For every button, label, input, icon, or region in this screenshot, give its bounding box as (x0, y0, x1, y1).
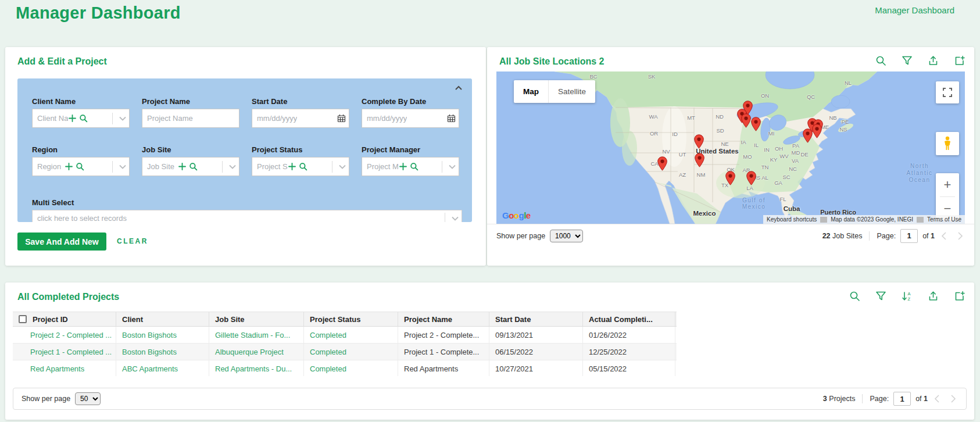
column-header[interactable]: Start Date (489, 312, 583, 326)
add-job-site-icon[interactable] (178, 162, 187, 171)
next-page-button[interactable] (954, 231, 965, 241)
projects-count: 3 (823, 395, 827, 403)
table-pagination: Show per page 50 3 Projects Page: of 1 (13, 388, 967, 410)
street-view-pegman-button[interactable] (936, 132, 959, 155)
client-name-input[interactable]: Client Na (32, 109, 130, 128)
client-name-label: Client Name (32, 97, 130, 106)
clear-button[interactable]: CLEAR (117, 237, 148, 245)
job-site-pin[interactable] (803, 128, 813, 143)
export-icon[interactable] (928, 55, 939, 66)
project-manager-input[interactable]: Project M (362, 157, 459, 176)
start-date-input[interactable]: mm/dd/yyyy (252, 109, 349, 128)
multi-select-dropdown[interactable] (449, 210, 462, 222)
job-site-pin[interactable] (746, 171, 756, 185)
calendar-icon[interactable] (443, 109, 459, 127)
zoom-in-button[interactable]: + (936, 173, 959, 196)
job-site-pin[interactable] (812, 124, 822, 138)
next-page-button[interactable] (947, 394, 958, 404)
prev-page-button[interactable] (939, 231, 950, 241)
select-all-checkbox[interactable] (19, 315, 27, 323)
job-site-pin[interactable] (741, 113, 751, 128)
search-icon[interactable] (849, 291, 860, 302)
client-name-field: Client Name Client Na (32, 97, 130, 128)
complete-by-date-input[interactable]: mm/dd/yyyy (362, 109, 459, 128)
open-new-window-icon[interactable] (954, 55, 965, 66)
job-site-input[interactable]: Job Site (142, 157, 239, 176)
projects-unit: Projects (829, 395, 855, 403)
add-status-icon[interactable] (288, 162, 296, 171)
page-size-select[interactable]: 1000 (550, 230, 583, 242)
column-header[interactable]: Actual Completi... (583, 312, 675, 326)
table-cell: 06/15/2022 (489, 344, 583, 360)
client-name-dropdown[interactable] (116, 109, 129, 127)
project-id-link[interactable]: Project 2 - Completed ... (13, 327, 116, 343)
column-header[interactable]: Job Site (209, 312, 304, 326)
table-cell[interactable]: Gillette Stadium - Fo... (209, 327, 304, 343)
table-cell[interactable]: Boston Bigshots (116, 327, 209, 343)
open-new-window-icon[interactable] (954, 291, 965, 302)
job-site-dropdown[interactable] (226, 158, 239, 176)
fullscreen-button[interactable] (936, 81, 959, 103)
save-and-add-new-button[interactable]: Save And Add New (17, 233, 106, 251)
map-type-satellite-button[interactable]: Satellite (548, 80, 595, 103)
projects-table-body: Project 2 - Completed ...Boston Bigshots… (13, 327, 677, 376)
project-status-input[interactable]: Project S (252, 157, 349, 176)
column-header[interactable]: Project ID (13, 312, 116, 326)
page-number-input[interactable] (893, 392, 911, 406)
job-site-pin[interactable] (694, 134, 704, 149)
keyboard-shortcuts-link[interactable]: Keyboard shortcuts (763, 216, 820, 223)
search-client-icon[interactable] (79, 114, 88, 123)
page-title: Manager Dashboard (16, 3, 181, 23)
complete-by-date-field: Complete By Date mm/dd/yyyy (362, 97, 459, 128)
collapse-form-button[interactable] (453, 83, 464, 94)
completed-projects-title: All Completed Projects (17, 292, 119, 302)
add-manager-icon[interactable] (399, 162, 407, 171)
fullscreen-icon (943, 88, 952, 97)
table-cell[interactable]: Boston Bigshots (116, 344, 209, 360)
search-icon[interactable] (875, 55, 886, 66)
column-header[interactable]: Client (116, 312, 209, 326)
table-row: Red ApartmentsABC ApartmentsRed Apartmen… (13, 360, 677, 376)
add-client-icon[interactable] (68, 114, 77, 123)
job-site-pin[interactable] (751, 117, 761, 131)
region-dropdown[interactable] (116, 158, 129, 176)
column-header[interactable]: Project Status (304, 312, 398, 326)
page-size-select[interactable]: 50 (75, 392, 101, 405)
region-label: Region (32, 145, 130, 154)
table-cell[interactable]: ABC Apartments (116, 360, 209, 376)
filter-icon[interactable] (875, 291, 886, 302)
page-number-input[interactable] (900, 229, 918, 243)
table-cell[interactable]: Red Apartments - Du... (209, 360, 304, 376)
project-name-input[interactable]: Project Name (142, 109, 239, 128)
project-status-dropdown[interactable] (336, 158, 349, 176)
terms-of-use-link[interactable]: Terms of Use (924, 216, 965, 223)
project-id-link[interactable]: Project 1 - Completed ... (13, 344, 116, 360)
map-canvas[interactable]: Puerto Rico United StatesMexicoCubaBCSKO… (496, 71, 965, 224)
job-site-placeholder: Job Site (147, 162, 174, 171)
project-manager-dropdown[interactable] (446, 158, 459, 176)
calendar-icon[interactable] (334, 109, 349, 127)
search-status-icon[interactable] (299, 162, 307, 171)
column-header[interactable]: Project Name (398, 312, 489, 326)
sort-icon[interactable]: AZ (902, 291, 913, 302)
job-site-pin[interactable] (695, 153, 704, 167)
search-region-icon[interactable] (76, 162, 84, 171)
project-id-link[interactable]: Red Apartments (13, 360, 116, 376)
multi-select-label: Multi Select (32, 198, 462, 207)
project-manager-label: Project Manager (362, 145, 459, 154)
job-site-pin[interactable] (657, 156, 667, 171)
map-type-map-button[interactable]: Map (514, 80, 548, 103)
multi-select-input[interactable]: click here to select records (32, 210, 462, 222)
nav-manager-dashboard[interactable]: Manager Dashboard (875, 5, 954, 15)
filter-icon[interactable] (902, 55, 913, 66)
region-input[interactable]: Region (32, 157, 130, 176)
add-region-icon[interactable] (65, 162, 73, 171)
search-manager-icon[interactable] (410, 162, 419, 171)
prev-page-button[interactable] (932, 394, 943, 404)
table-cell: 09/13/2021 (489, 327, 583, 343)
table-cell[interactable]: Albuquerque Project (209, 344, 304, 360)
table-row: Project 2 - Completed ...Boston Bigshots… (13, 327, 677, 344)
search-job-site-icon[interactable] (189, 162, 198, 171)
export-icon[interactable] (928, 291, 939, 302)
job-site-pin[interactable] (725, 171, 735, 185)
